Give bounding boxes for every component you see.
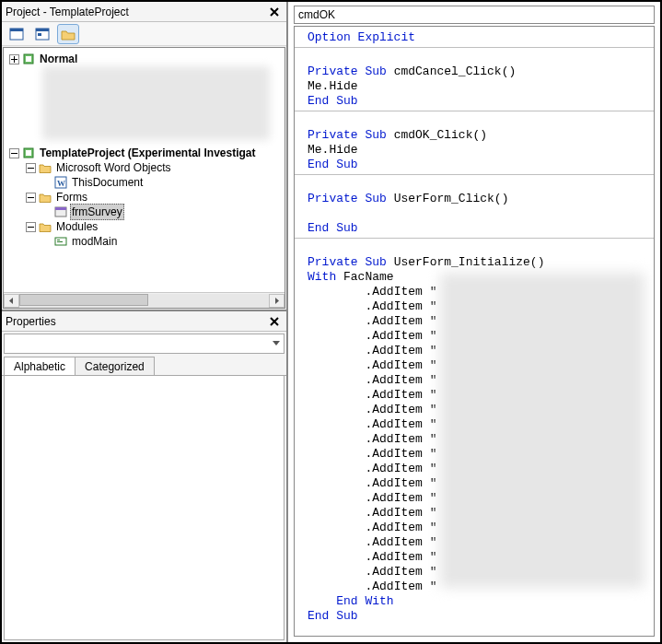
svg-rect-6 xyxy=(26,56,31,62)
tree-label: Modules xyxy=(54,219,99,234)
tree-node-modmain[interactable]: modMain xyxy=(6,234,283,249)
code-column: cmdOK Option Explicit Private Sub cmdCan… xyxy=(288,2,660,642)
scroll-right-icon[interactable] xyxy=(269,294,285,308)
tree-label: Normal xyxy=(38,52,79,66)
svg-rect-15 xyxy=(57,241,63,242)
tab-alphabetic[interactable]: Alphabetic xyxy=(4,357,75,375)
collapse-icon[interactable] xyxy=(26,193,36,203)
tree-label: TemplateProject (Experimental Investigat xyxy=(38,146,258,160)
tree-node-normal[interactable]: Normal xyxy=(6,52,283,66)
project-panel-title: Project - TemplateProject xyxy=(6,6,266,18)
module-icon xyxy=(53,234,68,249)
tree-node-thisdocument[interactable]: W ThisDocument xyxy=(6,175,283,190)
folder-open-icon xyxy=(38,190,52,205)
properties-tabs: Alphabetic Categorized xyxy=(2,356,286,376)
scrollbar-thumb[interactable] xyxy=(19,294,148,306)
properties-panel: Properties Alphabetic Categorized xyxy=(2,310,286,642)
tree-label-selected: frmSurvey xyxy=(70,204,124,220)
tree-node-frmsurvey[interactable]: frmSurvey xyxy=(6,205,283,219)
code-text[interactable]: Option Explicit Private Sub cmdCancel_Cl… xyxy=(295,27,654,627)
svg-rect-1 xyxy=(10,29,23,31)
form-icon xyxy=(53,205,68,219)
tree-label: Microsoft Word Objects xyxy=(54,160,172,175)
horizontal-scrollbar[interactable] xyxy=(4,292,285,308)
code-editor[interactable]: Option Explicit Private Sub cmdCancel_Cl… xyxy=(294,26,655,637)
object-dropdown-value: cmdOK xyxy=(298,8,335,21)
tree-label: ThisDocument xyxy=(70,175,145,190)
svg-text:W: W xyxy=(57,179,65,188)
tree-node-word-objects[interactable]: Microsoft Word Objects xyxy=(6,160,283,175)
close-icon[interactable] xyxy=(266,5,283,19)
redacted-area xyxy=(440,273,645,588)
left-column: Project - TemplateProject xyxy=(2,2,288,642)
project-panel-titlebar[interactable]: Project - TemplateProject xyxy=(2,2,286,22)
project-tree[interactable]: Normal TemplateProject (Experimental Inv… xyxy=(3,47,285,309)
svg-rect-14 xyxy=(57,240,60,240)
properties-grid[interactable] xyxy=(4,376,285,640)
view-code-button[interactable] xyxy=(6,24,28,44)
svg-rect-12 xyxy=(55,207,66,210)
collapse-icon[interactable] xyxy=(9,148,19,158)
expand-icon[interactable] xyxy=(9,54,19,64)
scroll-left-icon[interactable] xyxy=(4,294,19,308)
project-icon xyxy=(21,52,36,66)
collapse-icon[interactable] xyxy=(26,163,36,173)
tree-label: modMain xyxy=(70,234,119,249)
properties-panel-titlebar[interactable]: Properties xyxy=(2,311,286,332)
chevron-down-icon xyxy=(273,341,280,346)
tree-node-forms[interactable]: Forms xyxy=(6,190,283,205)
toggle-folders-button[interactable] xyxy=(57,24,79,44)
collapse-icon[interactable] xyxy=(26,222,36,232)
scrollbar-track[interactable] xyxy=(19,294,269,308)
properties-panel-title: Properties xyxy=(6,315,266,328)
svg-rect-3 xyxy=(36,29,49,31)
project-icon xyxy=(21,146,36,160)
svg-rect-4 xyxy=(38,33,41,36)
tab-categorized[interactable]: Categorized xyxy=(75,357,155,375)
object-dropdown[interactable]: cmdOK xyxy=(294,6,655,24)
tree-node-modules[interactable]: Modules xyxy=(6,219,283,234)
word-doc-icon: W xyxy=(53,175,68,190)
properties-object-dropdown[interactable] xyxy=(4,334,285,354)
redacted-area xyxy=(42,66,270,140)
folder-open-icon xyxy=(38,219,52,234)
svg-rect-8 xyxy=(26,150,31,156)
project-toolbar xyxy=(2,22,286,46)
folder-open-icon xyxy=(38,160,52,175)
tree-label: Forms xyxy=(54,190,89,205)
vba-ide-window: Project - TemplateProject xyxy=(0,0,662,644)
tree-node-template-project[interactable]: TemplateProject (Experimental Investigat xyxy=(6,146,283,160)
close-icon[interactable] xyxy=(266,314,283,329)
view-object-button[interactable] xyxy=(31,24,53,44)
